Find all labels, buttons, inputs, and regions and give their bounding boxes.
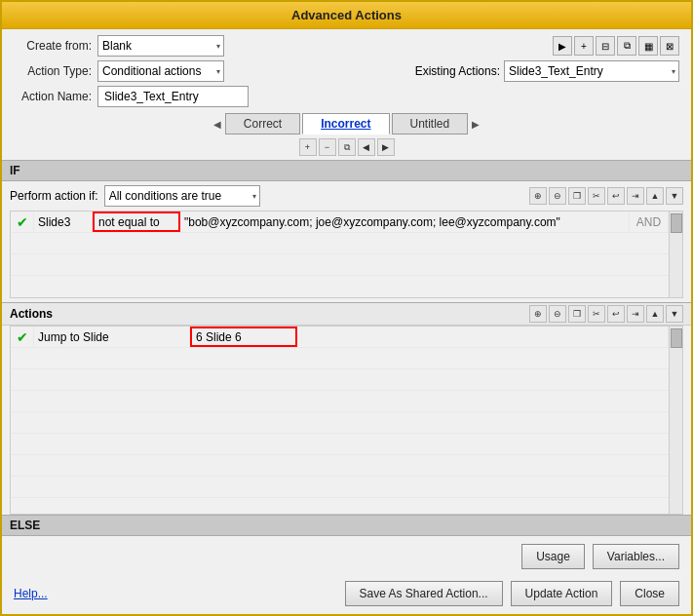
- existing-actions-label: Existing Actions:: [415, 64, 500, 78]
- act-del-btn[interactable]: ⊖: [549, 305, 566, 323]
- form-row-2: Action Type: Conditional actions ▾ Exist…: [14, 60, 679, 82]
- tab-add-btn[interactable]: +: [299, 138, 317, 156]
- perform-label: Perform action if:: [10, 189, 98, 203]
- act-down-btn[interactable]: ▼: [666, 305, 683, 323]
- top-form: Create from: Blank ▾ ▶ + ⊟ ⧉ ▦ ⊠: [2, 29, 691, 109]
- actions-grid: ✔ Jump to Slide 6 Slide 6: [10, 326, 683, 515]
- export-icon-btn[interactable]: ⊠: [660, 36, 679, 56]
- cond-indent-btn[interactable]: ⇥: [627, 187, 644, 205]
- tab-copy-btn[interactable]: ⧉: [338, 138, 356, 156]
- tab-incorrect[interactable]: Incorrect: [302, 113, 389, 135]
- bottom-action-buttons: Save As Shared Action... Update Action C…: [345, 581, 680, 606]
- act-grid-row-3: [11, 369, 669, 391]
- action-name-label: Action Name:: [14, 90, 92, 103]
- tabs-wrapper: Correct Incorrect Untitled: [224, 113, 469, 135]
- if-row-col2[interactable]: not equal to: [93, 212, 180, 232]
- action-type-select[interactable]: Conditional actions: [97, 60, 224, 82]
- action-type-label: Action Type:: [14, 64, 92, 78]
- actions-grid-inner: ✔ Jump to Slide 6 Slide 6: [11, 327, 669, 514]
- copy-icon-btn[interactable]: ⧉: [617, 36, 636, 56]
- cond-down-btn[interactable]: ▼: [666, 187, 683, 205]
- if-grid-row-2: [11, 233, 669, 254]
- if-grid: ✔ Slide3 not equal to "bob@xyzcompany.co…: [10, 211, 683, 298]
- act-grid-row-2: [11, 348, 669, 369]
- act-grid-row-1[interactable]: ✔ Jump to Slide 6 Slide 6: [11, 327, 669, 348]
- tab-icons-row: + − ⧉ ◀ ▶: [2, 136, 691, 160]
- tab-correct[interactable]: Correct: [225, 113, 300, 135]
- play-icon-btn[interactable]: ▶: [553, 36, 572, 56]
- dialog-title: Advanced Actions: [2, 2, 691, 29]
- if-check-icon: ✔: [17, 214, 28, 230]
- actions-scrollbar[interactable]: [669, 327, 682, 514]
- close-button[interactable]: Close: [620, 581, 679, 606]
- actions-toolbar: ⊕ ⊖ ❒ ✂ ↩ ⇥ ▲ ▼: [529, 305, 683, 323]
- act-grid-row-5: [11, 412, 669, 434]
- act-check-icon: ✔: [17, 329, 28, 345]
- act-grid-row-6: [11, 434, 669, 455]
- condition-toolbar: ⊕ ⊖ ❒ ✂ ↩ ⇥ ▲ ▼: [529, 187, 683, 205]
- usage-button[interactable]: Usage: [521, 544, 585, 569]
- cond-copy-btn[interactable]: ❒: [568, 187, 586, 205]
- cond-add-btn[interactable]: ⊕: [529, 187, 547, 205]
- act-grid-row-8: [11, 477, 669, 498]
- actions-header: Actions ⊕ ⊖ ❒ ✂ ↩ ⇥ ▲ ▼: [2, 302, 691, 326]
- tab-prev-btn[interactable]: ◀: [358, 138, 375, 156]
- tabs-area: ◀ Correct Incorrect Untitled ▶: [2, 109, 691, 136]
- act-undo-btn[interactable]: ↩: [607, 305, 625, 323]
- update-action-button[interactable]: Update Action: [511, 581, 613, 606]
- act-grid-row-7: [11, 455, 669, 477]
- act-copy-btn[interactable]: ❒: [568, 305, 586, 323]
- tab-prev-arrow[interactable]: ◀: [211, 117, 224, 131]
- create-from-select[interactable]: Blank: [97, 35, 224, 57]
- act-cut-btn[interactable]: ✂: [588, 305, 605, 323]
- tab-untitled[interactable]: Untitled: [392, 113, 469, 135]
- if-row-col1[interactable]: Slide3: [34, 212, 93, 232]
- act-row-col3: [297, 327, 669, 347]
- act-row-check: ✔: [11, 327, 34, 347]
- perform-select-wrapper: All conditions are true ▾: [104, 185, 260, 207]
- if-row-check: ✔: [11, 212, 34, 232]
- top-icon-row: ▶ + ⊟ ⧉ ▦ ⊠: [553, 36, 679, 56]
- act-row-col1[interactable]: Jump to Slide: [34, 327, 190, 347]
- if-grid-row-1[interactable]: ✔ Slide3 not equal to "bob@xyzcompany.co…: [11, 212, 669, 233]
- variables-button[interactable]: Variables...: [593, 544, 679, 569]
- perform-select[interactable]: All conditions are true: [104, 185, 260, 207]
- main-content: IF Perform action if: All conditions are…: [2, 160, 691, 536]
- if-section-header: IF: [2, 160, 691, 181]
- form-row-1: Create from: Blank ▾ ▶ + ⊟ ⧉ ▦ ⊠: [14, 35, 679, 57]
- help-link[interactable]: Help...: [14, 587, 48, 600]
- action-name-input[interactable]: [97, 86, 249, 107]
- act-up-btn[interactable]: ▲: [646, 305, 664, 323]
- act-indent-btn[interactable]: ⇥: [627, 305, 644, 323]
- act-add-btn[interactable]: ⊕: [529, 305, 547, 323]
- cond-up-btn[interactable]: ▲: [646, 187, 664, 205]
- else-section-header: ELSE: [2, 515, 691, 536]
- bottom-buttons-row1: Usage Variables...: [2, 536, 691, 577]
- if-scrollbar[interactable]: [669, 212, 682, 297]
- action-type-select-wrapper: Conditional actions ▾: [97, 60, 224, 82]
- existing-actions-select[interactable]: Slide3_Text_Entry: [504, 60, 679, 82]
- cond-cut-btn[interactable]: ✂: [588, 187, 605, 205]
- if-grid-inner: ✔ Slide3 not equal to "bob@xyzcompany.co…: [11, 212, 669, 297]
- existing-actions-select-wrapper: Slide3_Text_Entry ▾: [504, 60, 679, 82]
- create-from-label: Create from:: [14, 39, 92, 53]
- add-icon-btn[interactable]: +: [574, 36, 594, 56]
- form-row-3: Action Name:: [14, 86, 679, 107]
- act-row-col2[interactable]: 6 Slide 6: [190, 327, 297, 347]
- grid-icon-btn[interactable]: ▦: [638, 36, 658, 56]
- tab-next-arrow[interactable]: ▶: [469, 117, 482, 131]
- perform-row: Perform action if: All conditions are tr…: [2, 181, 691, 211]
- existing-actions-block: ▶ + ⊟ ⧉ ▦ ⊠: [549, 36, 679, 56]
- tab-next-btn[interactable]: ▶: [377, 138, 395, 156]
- bottom-row: Help... Save As Shared Action... Update …: [2, 577, 691, 614]
- cond-del-btn[interactable]: ⊖: [549, 187, 566, 205]
- actions-label: Actions: [10, 307, 53, 321]
- tab-remove-btn[interactable]: −: [319, 138, 336, 156]
- if-row-col4: AND: [630, 212, 669, 232]
- if-row-col3[interactable]: "bob@xyzcompany.com; joe@xyzcompany.com;…: [180, 212, 630, 232]
- save-icon-btn[interactable]: ⊟: [596, 36, 615, 56]
- cond-undo-btn[interactable]: ↩: [607, 187, 625, 205]
- save-shared-button[interactable]: Save As Shared Action...: [345, 581, 503, 606]
- create-from-select-wrapper: Blank ▾: [97, 35, 224, 57]
- if-grid-row-3: [11, 254, 669, 276]
